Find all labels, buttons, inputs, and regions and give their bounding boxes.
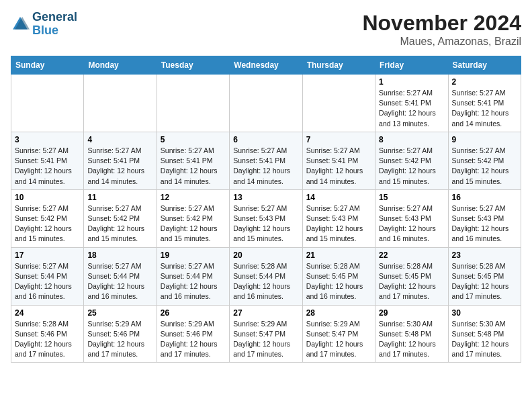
day-info: Sunrise: 5:28 AM Sunset: 5:46 PM Dayligh… [15,319,80,360]
header: General Blue November 2024 Maues, Amazon… [11,11,521,48]
calendar-cell: 13Sunrise: 5:27 AM Sunset: 5:43 PM Dayli… [230,189,302,247]
day-number: 20 [233,250,298,260]
day-info: Sunrise: 5:28 AM Sunset: 5:45 PM Dayligh… [452,261,517,302]
calendar-cell: 1Sunrise: 5:27 AM Sunset: 5:41 PM Daylig… [375,75,448,132]
day-info: Sunrise: 5:29 AM Sunset: 5:46 PM Dayligh… [161,319,226,360]
day-info: Sunrise: 5:27 AM Sunset: 5:42 PM Dayligh… [379,146,444,187]
calendar-cell: 5Sunrise: 5:27 AM Sunset: 5:41 PM Daylig… [157,132,229,189]
day-number: 19 [161,250,226,260]
calendar-cell: 16Sunrise: 5:27 AM Sunset: 5:43 PM Dayli… [448,189,521,247]
day-number: 29 [379,308,444,318]
day-number: 24 [15,308,80,318]
day-info: Sunrise: 5:30 AM Sunset: 5:48 PM Dayligh… [379,319,444,360]
day-info: Sunrise: 5:27 AM Sunset: 5:41 PM Dayligh… [306,146,371,187]
day-number: 9 [452,135,517,144]
calendar-cell: 3Sunrise: 5:27 AM Sunset: 5:41 PM Daylig… [11,132,84,189]
day-info: Sunrise: 5:27 AM Sunset: 5:41 PM Dayligh… [452,88,517,129]
day-number: 4 [87,135,152,144]
day-number: 10 [15,193,80,202]
day-number: 3 [15,135,80,144]
calendar-week-row: 3Sunrise: 5:27 AM Sunset: 5:41 PM Daylig… [11,132,521,189]
day-number: 17 [15,250,80,260]
day-number: 6 [233,135,298,144]
day-info: Sunrise: 5:27 AM Sunset: 5:41 PM Dayligh… [379,88,444,129]
calendar-cell: 6Sunrise: 5:27 AM Sunset: 5:41 PM Daylig… [230,132,302,189]
calendar-cell [157,75,229,132]
logo-text: General Blue [32,11,77,38]
calendar-cell: 10Sunrise: 5:27 AM Sunset: 5:42 PM Dayli… [11,189,84,247]
calendar-cell: 15Sunrise: 5:27 AM Sunset: 5:43 PM Dayli… [375,189,448,247]
calendar-week-row: 17Sunrise: 5:27 AM Sunset: 5:44 PM Dayli… [11,247,521,305]
day-number: 30 [452,308,517,318]
weekday-header: Sunday [11,56,84,75]
day-info: Sunrise: 5:27 AM Sunset: 5:41 PM Dayligh… [87,146,152,187]
day-number: 15 [379,193,444,202]
weekday-header: Monday [84,56,157,75]
day-number: 7 [306,135,371,144]
day-info: Sunrise: 5:27 AM Sunset: 5:44 PM Dayligh… [87,261,152,302]
day-info: Sunrise: 5:28 AM Sunset: 5:44 PM Dayligh… [233,261,298,302]
day-info: Sunrise: 5:27 AM Sunset: 5:43 PM Dayligh… [452,203,517,244]
calendar-cell: 26Sunrise: 5:29 AM Sunset: 5:46 PM Dayli… [157,305,229,363]
calendar-cell [84,75,157,132]
calendar-cell: 14Sunrise: 5:27 AM Sunset: 5:43 PM Dayli… [302,189,375,247]
day-number: 12 [161,193,226,202]
weekday-header: Wednesday [230,56,302,75]
logo-line2: Blue [32,24,77,38]
calendar-cell: 11Sunrise: 5:27 AM Sunset: 5:42 PM Dayli… [84,189,157,247]
calendar-week-row: 1Sunrise: 5:27 AM Sunset: 5:41 PM Daylig… [11,75,521,132]
day-info: Sunrise: 5:27 AM Sunset: 5:43 PM Dayligh… [233,203,298,244]
day-number: 21 [306,250,371,260]
location: Maues, Amazonas, Brazil [362,36,521,48]
calendar-cell: 19Sunrise: 5:27 AM Sunset: 5:44 PM Dayli… [157,247,229,305]
calendar-cell: 22Sunrise: 5:28 AM Sunset: 5:45 PM Dayli… [375,247,448,305]
calendar-cell [302,75,375,132]
calendar-cell: 20Sunrise: 5:28 AM Sunset: 5:44 PM Dayli… [230,247,302,305]
calendar-week-row: 10Sunrise: 5:27 AM Sunset: 5:42 PM Dayli… [11,189,521,247]
day-info: Sunrise: 5:27 AM Sunset: 5:41 PM Dayligh… [161,146,226,187]
day-info: Sunrise: 5:27 AM Sunset: 5:41 PM Dayligh… [15,146,80,187]
day-number: 18 [87,250,152,260]
day-info: Sunrise: 5:30 AM Sunset: 5:48 PM Dayligh… [452,319,517,360]
day-info: Sunrise: 5:27 AM Sunset: 5:42 PM Dayligh… [452,146,517,187]
logo-icon [11,15,30,34]
day-number: 11 [87,193,152,202]
weekday-header: Saturday [448,56,521,75]
logo-line1: General [32,11,77,24]
day-number: 26 [161,308,226,318]
day-info: Sunrise: 5:27 AM Sunset: 5:42 PM Dayligh… [15,203,80,244]
day-number: 1 [379,77,444,87]
day-number: 25 [87,308,152,318]
day-number: 2 [452,77,517,87]
calendar-cell: 23Sunrise: 5:28 AM Sunset: 5:45 PM Dayli… [448,247,521,305]
day-number: 28 [306,308,371,318]
day-info: Sunrise: 5:27 AM Sunset: 5:44 PM Dayligh… [15,261,80,302]
calendar-cell: 12Sunrise: 5:27 AM Sunset: 5:42 PM Dayli… [157,189,229,247]
calendar-cell: 30Sunrise: 5:30 AM Sunset: 5:48 PM Dayli… [448,305,521,363]
calendar-cell [230,75,302,132]
day-info: Sunrise: 5:29 AM Sunset: 5:46 PM Dayligh… [87,319,152,360]
calendar-cell: 24Sunrise: 5:28 AM Sunset: 5:46 PM Dayli… [11,305,84,363]
day-number: 14 [306,193,371,202]
day-info: Sunrise: 5:29 AM Sunset: 5:47 PM Dayligh… [233,319,298,360]
day-info: Sunrise: 5:29 AM Sunset: 5:47 PM Dayligh… [306,319,371,360]
weekday-header: Thursday [302,56,375,75]
day-number: 22 [379,250,444,260]
calendar-cell: 9Sunrise: 5:27 AM Sunset: 5:42 PM Daylig… [448,132,521,189]
day-info: Sunrise: 5:27 AM Sunset: 5:43 PM Dayligh… [306,203,371,244]
calendar-cell: 25Sunrise: 5:29 AM Sunset: 5:46 PM Dayli… [84,305,157,363]
calendar-cell [11,75,84,132]
day-number: 16 [452,193,517,202]
calendar-cell: 2Sunrise: 5:27 AM Sunset: 5:41 PM Daylig… [448,75,521,132]
day-number: 5 [161,135,226,144]
day-number: 27 [233,308,298,318]
day-number: 13 [233,193,298,202]
day-info: Sunrise: 5:27 AM Sunset: 5:42 PM Dayligh… [87,203,152,244]
weekday-header-row: SundayMondayTuesdayWednesdayThursdayFrid… [11,56,521,75]
calendar-cell: 18Sunrise: 5:27 AM Sunset: 5:44 PM Dayli… [84,247,157,305]
day-info: Sunrise: 5:28 AM Sunset: 5:45 PM Dayligh… [306,261,371,302]
month-title: November 2024 [362,11,521,36]
calendar-cell: 17Sunrise: 5:27 AM Sunset: 5:44 PM Dayli… [11,247,84,305]
day-info: Sunrise: 5:28 AM Sunset: 5:45 PM Dayligh… [379,261,444,302]
weekday-header: Friday [375,56,448,75]
